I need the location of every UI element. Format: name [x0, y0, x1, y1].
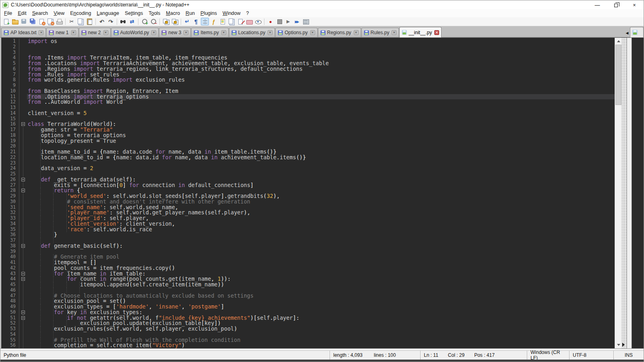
code-text[interactable]: from worlds.generic.Rules import exclusi…: [27, 77, 615, 83]
code-line[interactable]: 12from ..AutoWorld import World: [1, 99, 615, 105]
menu-edit[interactable]: Edit: [15, 10, 29, 17]
code-text[interactable]: data_version = 2: [27, 166, 615, 171]
tab-close-icon[interactable]: ✕: [39, 30, 43, 35]
tab--init-py[interactable]: __init__.py✕: [399, 27, 442, 37]
close-file-icon[interactable]: [37, 18, 45, 25]
menu-tools[interactable]: Tools: [146, 10, 163, 17]
code-line[interactable]: 36 }: [1, 232, 615, 238]
open-file-icon[interactable]: [11, 18, 19, 25]
tab-locations-py[interactable]: Locations.py✕: [229, 28, 275, 37]
tab-close-icon[interactable]: ✕: [268, 30, 272, 35]
macro-save-icon[interactable]: [302, 18, 310, 25]
code-text[interactable]: import os: [27, 39, 615, 44]
minimize-button[interactable]: —: [588, 0, 607, 9]
menu-macro[interactable]: Macro: [163, 10, 183, 17]
menu-plugins[interactable]: Plugins: [198, 10, 220, 17]
code-line[interactable]: 8from worlds.generic.Rules import exclus…: [1, 77, 615, 83]
macro-run-multiple-icon[interactable]: ▶▶: [293, 18, 301, 25]
doc-map-icon[interactable]: [219, 18, 227, 25]
tab-close-icon[interactable]: ✕: [310, 30, 315, 35]
zoom-out-icon[interactable]: [149, 18, 157, 25]
code-text[interactable]: from ..AutoWorld import World: [27, 99, 615, 105]
menu-encoding[interactable]: Encoding: [67, 10, 94, 17]
fold-collapse-icon[interactable]: [21, 122, 25, 126]
menu-language[interactable]: Language: [94, 10, 122, 17]
tab-rules-py[interactable]: Rules.py✕: [361, 28, 399, 37]
code-text[interactable]: }: [27, 232, 615, 238]
code-text[interactable]: topology_present = True: [27, 138, 615, 144]
menu-file[interactable]: File: [1, 10, 15, 17]
tab-ap-ideas-txt[interactable]: AP Ideas.txt✕: [1, 28, 46, 37]
code-text[interactable]: itempool.append(self.create_item(item_na…: [27, 282, 615, 288]
tab-regions-py[interactable]: Regions.py✕: [318, 28, 361, 37]
tab-close-icon[interactable]: ✕: [221, 30, 226, 35]
new-file-icon[interactable]: [2, 18, 10, 25]
find-icon[interactable]: [119, 18, 127, 25]
cut-icon[interactable]: ✂: [68, 18, 76, 25]
menu-window[interactable]: Window: [220, 10, 243, 17]
undo-icon[interactable]: ↶: [98, 18, 106, 25]
print-icon[interactable]: [55, 18, 63, 25]
fold-collapse-icon[interactable]: [21, 277, 25, 281]
close-button[interactable]: ×: [625, 0, 644, 9]
save-all-icon[interactable]: [29, 18, 37, 25]
code-text[interactable]: completion = self.create_item("Victory"): [27, 343, 615, 348]
code-text[interactable]: location_name_to_id = {name: data.id for…: [27, 155, 615, 160]
tab-close-icon[interactable]: ✕: [434, 30, 439, 35]
vertical-scrollbar[interactable]: [615, 38, 621, 348]
tab-close-icon[interactable]: ✕: [354, 30, 359, 35]
menu-settings[interactable]: Settings: [122, 10, 146, 17]
tab-scroll-left-icon[interactable]: ◀: [624, 29, 630, 37]
restore-button[interactable]: [607, 0, 625, 9]
show-indent-guide-icon[interactable]: [201, 18, 209, 25]
fold-collapse-icon[interactable]: [21, 316, 25, 320]
close-all-icon[interactable]: [46, 18, 54, 25]
code-text[interactable]: # Generate item pool: [27, 254, 615, 260]
code-text[interactable]: exits = [connection[0] for connection in…: [27, 183, 615, 188]
tab-items-py[interactable]: Items.py✕: [191, 28, 228, 37]
code-text[interactable]: 'race': self.world.is_race: [27, 227, 615, 232]
menu-view[interactable]: View: [51, 10, 67, 17]
scrollbar-thumb[interactable]: [615, 45, 621, 105]
doc-switcher-icon[interactable]: [236, 18, 244, 25]
scroll-up-button[interactable]: [615, 38, 622, 45]
tab-close-icon[interactable]: ✕: [392, 30, 396, 35]
code-line[interactable]: 35 'race': self.world.is_race: [1, 227, 615, 232]
paste-icon[interactable]: [85, 18, 93, 25]
zoom-in-icon[interactable]: [140, 18, 149, 25]
fold-collapse-icon[interactable]: [21, 178, 25, 181]
code-text[interactable]: exclusion_rules(self.world, self.player,…: [27, 326, 615, 332]
menu-run[interactable]: Run: [183, 10, 198, 17]
code-line[interactable]: 38 def generate_basic(self):: [1, 243, 615, 249]
fold-collapse-icon[interactable]: [21, 189, 25, 192]
code-line[interactable]: 23: [1, 160, 615, 166]
split-view-tab[interactable]: [630, 27, 644, 37]
save-file-icon[interactable]: [20, 18, 28, 25]
replace-icon[interactable]: ⇄: [128, 18, 136, 25]
code-line[interactable]: 27 exits = [connection[0] for connection…: [1, 183, 615, 188]
code-line[interactable]: 24 data_version = 2: [1, 166, 615, 171]
function-list-icon[interactable]: ƒ: [210, 18, 218, 25]
code-text[interactable]: [27, 160, 615, 166]
code-line[interactable]: 2: [1, 44, 615, 50]
monitoring-icon[interactable]: [254, 18, 262, 25]
doc-list-icon[interactable]: [227, 18, 235, 25]
code-text[interactable]: class TerrariaWorld(World):: [27, 121, 615, 127]
code-line[interactable]: 22 location_name_to_id = {name: data.id …: [1, 155, 615, 160]
code-line[interactable]: 19 topology_present = True: [1, 138, 615, 144]
tab-new-3[interactable]: new 3✕: [159, 28, 191, 37]
code-line[interactable]: 14client_version = 5: [1, 111, 615, 116]
tab-options-py[interactable]: Options.py✕: [275, 28, 317, 37]
code-text[interactable]: client_version = 5: [27, 111, 615, 116]
fold-collapse-icon[interactable]: [21, 311, 25, 314]
word-wrap-icon[interactable]: ↵: [183, 18, 191, 25]
macro-record-icon[interactable]: ●: [266, 18, 275, 25]
macro-stop-icon[interactable]: [275, 18, 283, 25]
tab-close-icon[interactable]: ✕: [184, 30, 188, 35]
macro-play-icon[interactable]: ▶: [284, 18, 292, 25]
redo-icon[interactable]: ↷: [107, 18, 115, 25]
copy-icon[interactable]: [76, 18, 85, 25]
code-text[interactable]: [27, 105, 615, 111]
view-splitter[interactable]: [621, 38, 627, 348]
code-area[interactable]: 1import os234from .Items import Terraria…: [1, 38, 615, 348]
